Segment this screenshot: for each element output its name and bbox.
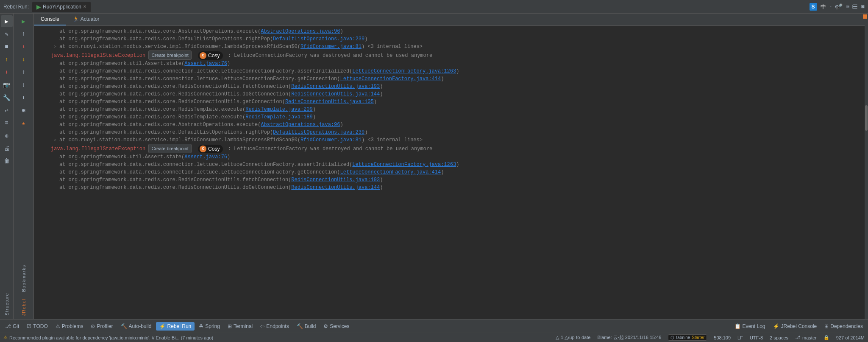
app-tab[interactable]: ▶ RuoYiApplication ✕	[32, 2, 91, 12]
warning-icon: ⚠	[3, 335, 8, 340]
cosy-badge[interactable]: C Cosy	[198, 51, 223, 60]
dependencies-btn[interactable]: ⊞ Dependencies	[821, 322, 866, 331]
vcs-item[interactable]: △ 1 △/up-to-date	[556, 335, 590, 340]
step-down-icon[interactable]: ⬇	[1, 66, 13, 78]
jrebel-panel-label[interactable]: JRebel	[21, 295, 26, 319]
log-line: at org.springframework.data.redis.core.R…	[34, 83, 865, 90]
run-btn-up3[interactable]: ⬆	[18, 92, 30, 104]
app-tab-close[interactable]: ✕	[83, 4, 86, 9]
cosy-badge-2[interactable]: C Cosy	[198, 145, 223, 153]
mic-icon[interactable]: ·	[829, 4, 833, 10]
cosy-text: Cosy	[208, 52, 220, 59]
rebel-run-btn[interactable]: ⚡ Rebel Run	[156, 322, 195, 331]
download-icon[interactable]: ⊕	[1, 130, 13, 142]
auto-build-btn[interactable]: 🔨 Auto-build	[117, 322, 155, 331]
jrebel-console-label: JRebel Console	[781, 323, 817, 329]
left-sidebar: ▶ ✎ ■ ↑ ⬇ 📷 🔧 ↩ ≡ ⊕ 🖨 🗑 Structure	[0, 14, 14, 319]
log-line: at org.springframework.data.redis.core.D…	[34, 129, 865, 136]
collapse-btn[interactable]: ▷	[53, 44, 58, 49]
log-line: at org.springframework.data.redis.core.D…	[34, 35, 865, 43]
keyboard-icon[interactable]: 🎤	[836, 3, 843, 10]
log-text: at org.springframework.data.redis.core.D…	[59, 35, 863, 43]
indent-item[interactable]: 2 spaces	[770, 335, 788, 340]
chinese-input-icon[interactable]: 中	[821, 3, 826, 11]
scroll-thumb[interactable]	[865, 105, 868, 131]
delete-icon[interactable]: 🗑	[1, 155, 13, 167]
dependencies-label: Dependencies	[830, 323, 863, 329]
vcs-branch-item[interactable]: ⎇ master	[795, 335, 817, 340]
log-text: at org.springframework.data.redis.core.A…	[59, 28, 863, 35]
grid-icon-2[interactable]: ⊞	[861, 3, 865, 10]
event-log-btn[interactable]: 📋 Event Log	[731, 322, 769, 331]
line-ending-text: LF	[737, 335, 743, 340]
encoding-item[interactable]: UTF-8	[750, 335, 763, 340]
indent-text: 2 spaces	[770, 335, 788, 340]
endpoints-btn[interactable]: ⇦ Endpoints	[257, 322, 292, 331]
main-area: ▶ ✎ ■ ↑ ⬇ 📷 🔧 ↩ ≡ ⊕ 🖨 🗑 Structure ▶ ↑ ⬇ …	[0, 14, 868, 319]
log-text: at com.ruoyi.station.modbus.service.impl…	[59, 43, 863, 50]
problems-icon: ⚠	[56, 323, 60, 329]
edit-icon[interactable]: ✎	[1, 28, 13, 40]
git-btn[interactable]: ⎇ Git	[2, 322, 22, 331]
blame-item[interactable]: Blame: 云·起 2021/11/16 15:46	[597, 334, 661, 341]
cosy-icon-2: C	[200, 146, 206, 152]
structure-panel-label[interactable]: Structure	[4, 289, 9, 319]
problems-btn[interactable]: ⚠ Problems	[52, 322, 87, 331]
todo-btn[interactable]: ☑ TODO	[23, 322, 51, 331]
run-btn-up1[interactable]: ↑	[18, 28, 30, 40]
run-btn-down2[interactable]: ↓	[18, 79, 30, 91]
build-label: Build	[305, 323, 316, 329]
console-area: Console 🏃 Actuator at org.springframewor…	[34, 14, 865, 319]
memory-text: 927 of 2014M	[836, 335, 865, 340]
run-btn-up2[interactable]: ↑	[18, 66, 30, 78]
collapse-btn[interactable]: ▷	[53, 137, 58, 143]
memory-item[interactable]: 927 of 2014M	[836, 335, 865, 340]
line-ending-item[interactable]: LF	[737, 335, 743, 340]
console-content[interactable]: at org.springframework.data.redis.core.A…	[34, 26, 865, 319]
log-line: at org.springframework.data.redis.connec…	[34, 75, 865, 83]
spring-btn[interactable]: ☘ Spring	[195, 322, 223, 331]
run-btn-push[interactable]: ⊞	[18, 104, 30, 116]
step-over-icon[interactable]: ↑	[1, 53, 13, 65]
back-icon[interactable]: ↩	[1, 104, 13, 116]
encoding-text: UTF-8	[750, 335, 763, 340]
app-tab-icon: ▶	[36, 3, 41, 10]
breakpoint-label[interactable]: Create breakpoint	[148, 50, 191, 60]
plugins-icon[interactable]: 🔧	[1, 92, 13, 104]
bookmarks-panel-label[interactable]: Bookmarks	[21, 261, 26, 295]
run-toolbar: ▶ ↑ ⬇ ↓ ↑ ↓ ⬆ ⊞ ★ Bookmarks JRebel	[14, 14, 34, 319]
tab-console[interactable]: Console	[34, 14, 66, 25]
camera-icon[interactable]: 📷	[1, 79, 13, 91]
services-btn[interactable]: ⚙ Services	[320, 322, 353, 331]
notification-item[interactable]: ⚠ Recommended plugin available for depen…	[3, 335, 213, 340]
branch-icon: ⎇	[795, 335, 801, 340]
debug-icon[interactable]: ▶	[1, 15, 13, 27]
build-btn[interactable]: 🔨 Build	[293, 322, 320, 331]
list-icon[interactable]: ≡	[1, 117, 13, 129]
scrollbar[interactable]	[865, 14, 868, 319]
stop-icon[interactable]: ■	[1, 41, 13, 53]
skin-icon[interactable]: ⌨	[846, 3, 849, 10]
log-line: at org.springframework.util.Assert.state…	[34, 60, 865, 67]
log-text: at org.springframework.data.redis.connec…	[59, 168, 863, 176]
breakpoint-label-2[interactable]: Create breakpoint	[148, 144, 191, 153]
sogou-icon[interactable]: S	[810, 3, 817, 11]
print-icon[interactable]: 🖨	[1, 143, 13, 154]
run-btn-pause[interactable]: ↓	[18, 53, 30, 65]
terminal-btn[interactable]: ⊞ Terminal	[224, 322, 256, 331]
run-btn-orange[interactable]: ★	[18, 117, 30, 129]
cursor-item[interactable]: 508:109	[714, 335, 731, 340]
run-btn-stop[interactable]: ⬇	[18, 41, 30, 53]
jrebel-console-icon: ⚡	[773, 323, 779, 329]
auto-build-label: Auto-build	[129, 323, 152, 329]
run-btn-play[interactable]: ▶	[18, 15, 30, 27]
log-line: at org.springframework.data.redis.core.A…	[34, 28, 865, 35]
spring-icon: ☘	[199, 323, 203, 329]
jrebel-console-btn[interactable]: ⚡ JRebel Console	[770, 322, 821, 331]
profiler-btn[interactable]: ⊙ Profiler	[87, 322, 116, 331]
title-bar-left: Rebel Run: ▶ RuoYiApplication ✕	[3, 2, 835, 12]
log-text: at org.springframework.data.redis.core.R…	[59, 113, 863, 121]
tab-actuator[interactable]: 🏃 Actuator	[66, 14, 106, 25]
tabnine-logo: ⬡	[670, 335, 674, 340]
grid-icon-1[interactable]: ☰	[853, 3, 858, 10]
